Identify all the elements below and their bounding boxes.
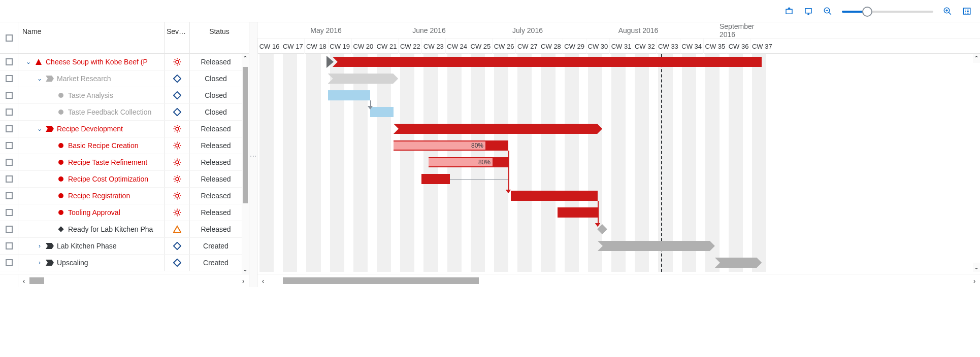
table-row[interactable]: Tooling Approval Released [0,204,249,221]
severity-icon [165,154,190,170]
summary-bar[interactable] [598,241,715,251]
expand-toggle[interactable]: ⌄ [23,58,34,65]
expand-toggle[interactable]: › [35,259,45,266]
table-row[interactable]: ⌄ Cheese Soup with Kobe Beef (P Released [0,54,249,70]
summary-bar[interactable] [333,57,762,67]
row-checkbox[interactable] [6,242,13,249]
table-row[interactable]: ⌄ Market Research Closed [0,70,249,87]
scroll-down-icon[interactable]: ⌄ [242,265,249,274]
grid-column [400,54,414,272]
grid-column [752,54,766,272]
column-header-severity[interactable]: Sev… [165,22,190,53]
status-value: Released [190,171,242,187]
svg-point-16 [176,144,179,147]
week-label: CW 28 [539,39,562,54]
row-checkbox[interactable] [6,125,13,132]
expand-toggle[interactable]: › [35,242,45,249]
dependency-line [450,179,509,180]
progress-label: 80% [429,157,493,167]
pane-splitter[interactable]: ⋮ [249,22,257,287]
task-bar[interactable] [558,207,598,218]
zoom-slider[interactable] [842,6,933,16]
row-checkbox[interactable] [6,192,13,199]
table-row[interactable]: › Upscaling Created [0,255,249,271]
scroll-right-icon[interactable]: › [238,274,249,287]
table-vertical-scrollbar[interactable]: ⌃ ⌄ [242,54,249,274]
table-row[interactable]: Basic Recipe Creation Released [0,137,249,154]
row-checkbox[interactable] [6,159,13,166]
summary-bar[interactable] [394,124,602,134]
task-progress [485,140,508,151]
dot-icon [57,108,65,116]
row-checkbox[interactable] [6,175,13,183]
gantt-vertical-scrollbar[interactable]: ⌃ ⌄ [973,54,980,272]
table-row[interactable]: Recipe Taste Refinement Released [0,154,249,171]
week-label: CW 35 [703,39,727,54]
week-label: CW 17 [281,39,304,54]
grid-column [517,54,532,272]
svg-rect-1 [805,8,811,13]
select-all-checkbox[interactable] [6,34,13,42]
collapse-all-icon[interactable] [784,6,794,16]
svg-rect-10 [173,92,180,99]
svg-rect-30 [173,259,180,266]
zoom-in-icon[interactable] [942,6,953,16]
summary-bar[interactable] [715,258,762,268]
tag-icon [46,259,54,267]
gantt-horizontal-scrollbar[interactable]: ‹ › [257,274,980,287]
scrollbar-thumb[interactable] [243,67,248,203]
row-checkbox[interactable] [6,109,13,116]
scroll-down-icon[interactable]: ⌄ [973,263,980,272]
tag-icon [46,75,54,83]
expand-all-icon[interactable] [803,6,813,16]
task-progress [432,174,444,184]
table-row[interactable]: Ready for Lab Kitchen Pha Released [0,221,249,238]
week-label: CW 20 [351,39,375,54]
status-value: Released [190,188,242,204]
row-checkbox[interactable] [6,142,13,149]
row-checkbox[interactable] [6,259,13,266]
dot-icon [57,175,65,183]
scroll-up-icon[interactable]: ⌃ [973,54,980,63]
task-bar[interactable] [328,90,370,100]
grid-column [283,54,297,272]
scroll-right-icon[interactable]: › [969,274,980,287]
table-row[interactable]: Taste Analysis Closed [0,87,249,104]
column-header-name[interactable]: Name [18,22,165,53]
task-bar[interactable] [370,107,394,117]
current-date-line [661,54,662,272]
table-row[interactable]: Recipe Cost Optimization Released [0,171,249,188]
column-header-status[interactable]: Status [190,22,249,53]
scroll-up-icon[interactable]: ⌃ [242,54,249,63]
scroll-left-icon[interactable]: ‹ [257,274,269,287]
summary-bar[interactable] [328,74,399,84]
week-label: CW 23 [421,39,445,54]
row-checkbox[interactable] [6,58,13,65]
grid-column [682,54,696,272]
zoom-out-icon[interactable] [823,6,833,16]
table-row[interactable]: Recipe Registration Released [0,188,249,204]
scroll-left-icon[interactable]: ‹ [18,274,29,287]
row-checkbox[interactable] [6,75,13,82]
svg-point-6 [176,60,179,63]
table-row[interactable]: › Lab Kitchen Phase Created [0,238,249,255]
table-row[interactable]: ⌄ Recipe Development Released [0,121,249,137]
grid-column [705,54,720,272]
expand-toggle[interactable]: ⌄ [35,75,45,82]
gantt-body[interactable]: ⌃ ⌄ 80%80% [257,54,980,272]
severity-icon [165,137,190,154]
table-row[interactable]: Taste Feedback Collection Closed [0,104,249,121]
status-value: Released [190,204,242,221]
expand-toggle[interactable]: ⌄ [35,125,45,132]
svg-rect-0 [786,9,792,14]
row-checkbox[interactable] [6,92,13,99]
week-label: CW 34 [680,39,703,54]
legend-icon[interactable] [962,6,972,16]
week-label: CW 32 [633,39,656,54]
table-horizontal-scrollbar[interactable]: ‹ › [18,274,249,287]
week-label: CW 16 [257,39,281,54]
severity-icon [165,104,190,120]
row-checkbox[interactable] [6,209,13,216]
row-checkbox[interactable] [6,226,13,233]
task-bar[interactable] [511,191,598,201]
